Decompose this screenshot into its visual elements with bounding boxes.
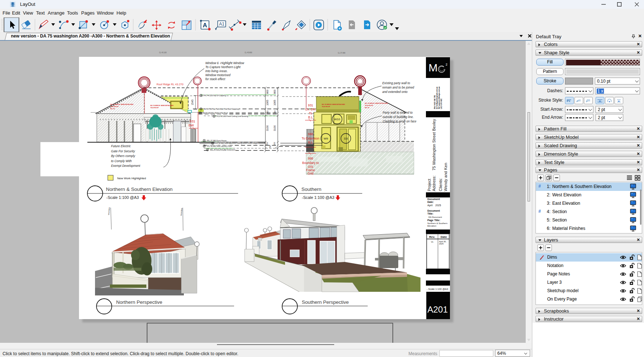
svg-text:790: 790: [269, 145, 271, 149]
svg-text:A1: A1: [219, 21, 225, 27]
svg-text:Existing party wall to: Existing party wall to: [382, 81, 410, 85]
svg-text:NO.76 BRICK SEMI DETACHED: NO.76 BRICK SEMI DETACHED: [110, 103, 134, 105]
svg-text:CL 37.080: CL 37.080: [338, 52, 345, 54]
svg-text:M: M: [428, 62, 438, 74]
svg-text:931: 931: [308, 103, 313, 107]
svg-text:Rev.: Rev.: [429, 235, 435, 239]
svg-text:FFL 36.610 New Bar Extension: FFL 36.610 New Bar Extension: [210, 149, 236, 151]
svg-text:BW: BW: [189, 123, 194, 127]
svg-text:To Capture Northern Light: To Capture Northern Light: [205, 65, 241, 69]
svg-text:DA Document: DA Document: [428, 216, 442, 218]
svg-text:1065: 1065: [273, 100, 276, 106]
svg-text:CL 43.100: CL 43.100: [159, 52, 167, 54]
svg-text:NO.76 BRICK SEMI DETACHED: NO.76 BRICK SEMI DETACHED: [150, 105, 174, 106]
svg-text:Northern & Southern: Northern & Southern: [427, 222, 447, 224]
svg-text:B.L: B.L: [308, 115, 313, 119]
svg-text:1065: 1065: [266, 100, 269, 106]
svg-text:FCL 40.180 Fresh Ceiling Line: FCL 40.180 Fresh Ceiling Line Existing: [217, 115, 248, 117]
svg-text:W10: W10: [334, 118, 340, 121]
svg-text:- Scale 1:100 @A3: - Scale 1:100 @A3: [427, 288, 448, 290]
svg-text:2: 2: [446, 63, 447, 66]
svg-text:Title:: Title:: [427, 212, 434, 215]
svg-text:Address:: Address:: [432, 176, 436, 191]
svg-text:931: 931: [190, 119, 195, 123]
svg-text:Clients:: Clients:: [438, 178, 443, 191]
svg-text:Project: Project: [427, 179, 431, 191]
svg-text:Northern & Southern Elevation: Northern & Southern Elevation: [106, 187, 173, 192]
svg-text:To Extension: To Extension: [302, 137, 320, 140]
svg-text:D3: D3: [344, 137, 348, 140]
svg-text:75 Washington Street Bexley: 75 Washington Street Bexley: [432, 119, 436, 170]
svg-text:Southern Perspective: Southern Perspective: [302, 299, 349, 305]
svg-text:2025: 2025: [439, 243, 443, 245]
svg-text:FFL 44.225 Top Of Capping: FFL 44.225 Top Of Capping: [204, 94, 226, 97]
svg-text:Date: Date: [440, 235, 447, 239]
svg-text:B.L: B.L: [308, 141, 313, 144]
svg-text:FFL 36.880 New Laundry Floor: FFL 36.880 New Laundry Floor: [207, 145, 232, 147]
svg-text:FFL 36.880 New Bathroom Sittin: FFL 36.880 New Bathroom Sitting Room Flo…: [215, 142, 258, 144]
svg-text:Exempt Development: Exempt Development: [111, 164, 141, 168]
svg-text:988: 988: [308, 132, 313, 136]
svg-text:TILE ROOF: TILE ROOF: [322, 106, 330, 107]
svg-text:Southern: Southern: [301, 187, 321, 192]
svg-text:RL 40.262 Top Rafter Flat Roof: RL 40.262 Top Rafter Flat Roof: [203, 112, 228, 114]
svg-text:1545: 1545: [191, 99, 194, 105]
svg-text:W// www.mc2design.com.au: W// www.mc2design.com.au: [438, 86, 440, 109]
svg-text:RL 40.782 Top Park Wall Flat R: RL 40.782 Top Park Wall Flat Roof Cappin…: [204, 108, 239, 110]
svg-text:TILE ROOF: TILE ROOF: [150, 107, 159, 109]
svg-text:Elevation: Elevation: [427, 225, 436, 227]
svg-text:163: 163: [274, 110, 276, 114]
svg-text:200: 200: [273, 142, 276, 145]
svg-text:-Scale 1:100 @A3: -Scale 1:100 @A3: [106, 195, 139, 200]
svg-text:To: To: [309, 111, 312, 115]
svg-text:TILE ROOF: TILE ROOF: [365, 105, 373, 106]
svg-text:Window 6 -Highlight Window: Window 6 -Highlight Window: [205, 61, 244, 65]
svg-text:3100: 3100: [273, 125, 276, 131]
svg-text:and extended onto: and extended onto: [382, 90, 408, 94]
svg-text:NO.76: NO.76: [110, 108, 115, 110]
svg-text:TILE ROOF: TILE ROOF: [110, 106, 119, 107]
svg-text:New Work Highlighted: New Work Highlighted: [117, 177, 146, 180]
svg-text:outside of building line.: outside of building line.: [383, 115, 414, 119]
svg-text:W9: W9: [324, 137, 328, 140]
svg-text:remain and to be joined: remain and to be joined: [382, 86, 414, 89]
svg-text:April 2025: April 2025: [427, 204, 441, 207]
svg-text:71: 71: [275, 147, 277, 149]
svg-text:CL 43.800: CL 43.800: [245, 52, 252, 54]
svg-text:988: 988: [308, 157, 313, 160]
svg-text:Ex. BW: Ex. BW: [305, 107, 316, 111]
svg-text:Ph// 0420 060 781: Ph// 0420 060 781: [434, 95, 436, 109]
svg-text:A201: A201: [427, 305, 448, 314]
svg-text:800: 800: [273, 90, 276, 94]
svg-text:By Others comply: By Others comply: [111, 154, 135, 158]
svg-text:163: 163: [266, 110, 269, 114]
svg-text:3100: 3100: [266, 125, 269, 131]
svg-text:NO.76 BRICK SEMI DETACHED: NO.76 BRICK SEMI DETACHED: [365, 102, 388, 104]
svg-text:200: 200: [266, 142, 268, 145]
svg-text:A: A: [203, 22, 207, 29]
svg-text:Party wall to extend to: Party wall to extend to: [383, 111, 413, 114]
svg-text:Document: Document: [427, 198, 440, 200]
svg-text:for stack effect: for stack effect: [205, 77, 225, 81]
svg-text:Page Title:: Page Title:: [427, 219, 440, 222]
svg-text:LIC// 370 63C: LIC// 370 63C: [440, 98, 442, 109]
svg-text:800: 800: [266, 90, 269, 94]
svg-text:Northern Perspective: Northern Perspective: [116, 299, 162, 305]
svg-text:Date:: Date:: [427, 201, 434, 203]
svg-text:Into living Areas.: Into living Areas.: [205, 69, 228, 73]
svg-text:Grid: Grid: [308, 172, 313, 175]
svg-text:Gate For Security: Gate For Security: [111, 149, 135, 153]
svg-text:Cladding to wrap on face: Cladding to wrap on face: [383, 119, 416, 123]
svg-text:to Comply With: to Comply With: [111, 159, 132, 163]
svg-text:Boundary to: Boundary to: [302, 161, 319, 165]
svg-text:Document: Document: [427, 209, 440, 212]
svg-text:Future Electric: Future Electric: [111, 144, 131, 148]
svg-text:NO.76 BRICK SEMI DETACHED: NO.76 BRICK SEMI DETACHED: [322, 103, 345, 105]
svg-text:Wendy and Ken: Wendy and Ken: [443, 163, 448, 191]
svg-text:E// holligan2@gmail.com.au: E// holligan2@gmail.com.au: [436, 87, 438, 109]
svg-text:Window motorised: Window motorised: [205, 73, 230, 77]
svg-text:FFL 37.080 Front House: FFL 37.080 Front House: [207, 140, 227, 142]
svg-text:NO.76: NO.76: [365, 107, 370, 109]
svg-text:Roof Ridge RL 43.270: Roof Ridge RL 43.270: [157, 83, 183, 86]
svg-text:V1: V1: [431, 241, 434, 243]
